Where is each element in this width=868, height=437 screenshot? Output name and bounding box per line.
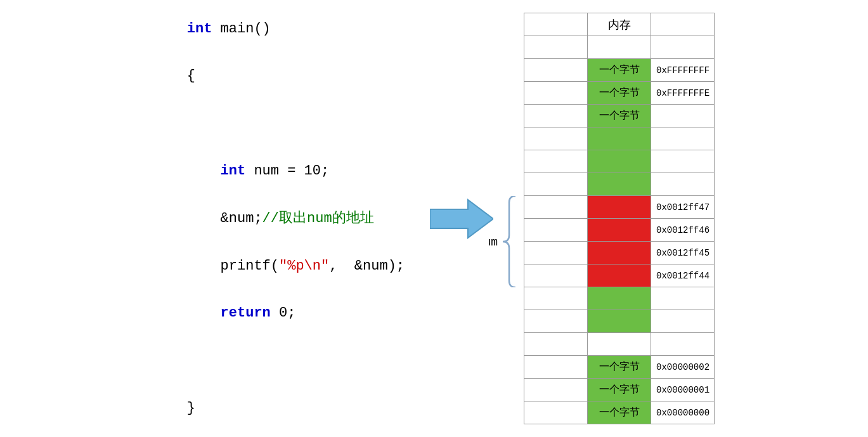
arrow-container [430,197,493,241]
cell-left [524,287,588,310]
table-row [524,310,715,333]
cell-middle [588,127,651,150]
cell-right: 0xFFFFFFFE [651,82,715,105]
cell-middle-red [588,219,651,242]
cell-middle-red [588,264,651,287]
header-right [651,13,715,36]
cell-left [524,242,588,264]
cell-middle: 一个字节 [588,401,651,424]
memory-header-row: 内存 [524,13,715,36]
cell-left [524,36,588,59]
cell-middle [588,36,651,59]
table-row [524,287,715,310]
cell-left [524,264,588,287]
table-row-num-4: 0x0012ff44 [524,264,715,287]
cell-right-red: 0x0012ff47 [651,196,715,219]
cell-right: 0x00000002 [651,356,715,379]
code-line-7: return 0; [187,305,296,321]
table-row [524,333,715,356]
table-row-num-2: 0x0012ff46 [524,219,715,242]
right-arrow-icon [430,197,493,241]
table-row: 一个字节 0xFFFFFFFF [524,59,715,82]
cell-middle: 一个字节 [588,356,651,379]
main-container: int main() { int num = 10; &num;//取出num的… [0,0,868,437]
num-label-cell [524,196,588,219]
cell-right-red: 0x0012ff45 [651,242,715,264]
cell-left [524,105,588,127]
cell-right [651,173,715,196]
cell-right: 0xFFFFFFFF [651,59,715,82]
cell-right [651,150,715,173]
cell-left [524,219,588,242]
table-row [524,173,715,196]
table-row: 一个字节 [524,105,715,127]
cell-left [524,379,588,401]
table-row: 一个字节 0x00000001 [524,379,715,401]
table-row [524,36,715,59]
header-middle: 内存 [588,13,651,36]
table-row: 一个字节 0xFFFFFFFE [524,82,715,105]
cell-right [651,287,715,310]
cell-left [524,333,588,356]
table-row [524,150,715,173]
header-left [524,13,588,36]
code-line-6: printf("%p\n", &num); [187,258,405,274]
memory-table: 内存 一个字节 0xFFFFFFFF 一个字节 0xFFFFFFFE [524,13,715,424]
num-brace-svg: num [489,196,521,287]
cell-right [651,36,715,59]
cell-left [524,82,588,105]
cell-middle [588,310,651,333]
cell-left [524,356,588,379]
cell-right [651,127,715,150]
cell-left [524,127,588,150]
cell-right-red: 0x0012ff46 [651,219,715,242]
memory-panel: 内存 一个字节 0xFFFFFFFF 一个字节 0xFFFFFFFE [519,13,715,424]
cell-left [524,310,588,333]
code-line-5: &num;//取出num的地址 [187,211,374,226]
cell-right: 0x00000001 [651,379,715,401]
code-panel: int main() { int num = 10; &num;//取出num的… [153,0,405,437]
cell-middle-red [588,242,651,264]
code-line-9: } [187,400,195,416]
table-row [524,127,715,150]
cell-right: 0x00000000 [651,401,715,424]
cell-middle: 一个字节 [588,379,651,401]
cell-right [651,333,715,356]
cell-middle [588,173,651,196]
svg-marker-0 [430,200,493,238]
code-line-4: int num = 10; [187,163,329,179]
cell-middle [588,287,651,310]
cell-left [524,173,588,196]
cell-middle-red [588,196,651,219]
table-row: 一个字节 0x00000002 [524,356,715,379]
cell-left [524,150,588,173]
table-row-num-3: 0x0012ff45 [524,242,715,264]
cell-right-red: 0x0012ff44 [651,264,715,287]
cell-middle [588,150,651,173]
table-row-num-1: 0x0012ff47 [524,196,715,219]
code-line-2: { [187,68,195,84]
table-row: 一个字节 0x00000000 [524,401,715,424]
cell-left [524,59,588,82]
code-line-1: int main() [187,21,271,37]
cell-middle: 一个字节 [588,82,651,105]
cell-middle: 一个字节 [588,59,651,82]
cell-right [651,310,715,333]
cell-right [651,105,715,127]
cell-middle: 一个字节 [588,105,651,127]
cell-middle [588,333,651,356]
cell-left [524,401,588,424]
